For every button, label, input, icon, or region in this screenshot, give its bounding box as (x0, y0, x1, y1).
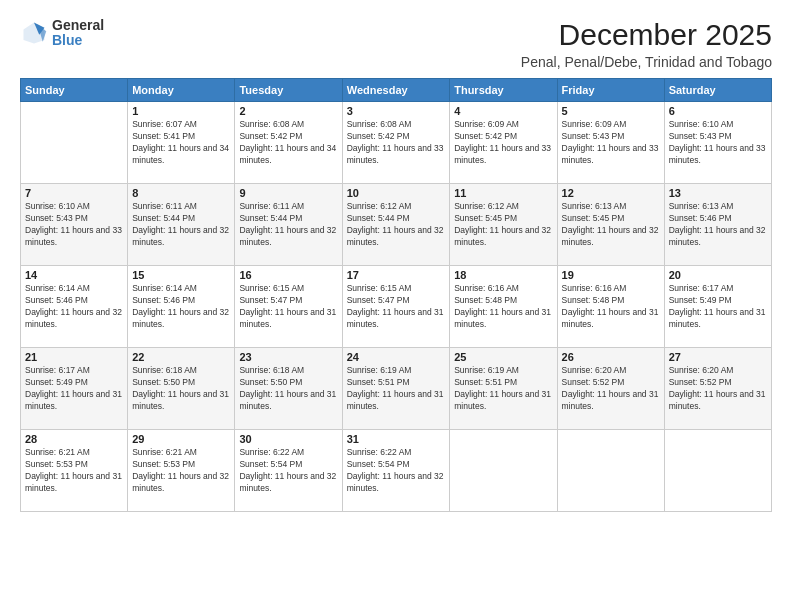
day-number: 19 (562, 269, 660, 281)
day-number: 27 (669, 351, 767, 363)
table-row: 24Sunrise: 6:19 AMSunset: 5:51 PMDayligh… (342, 348, 449, 430)
table-row: 21Sunrise: 6:17 AMSunset: 5:49 PMDayligh… (21, 348, 128, 430)
table-row: 5Sunrise: 6:09 AMSunset: 5:43 PMDaylight… (557, 102, 664, 184)
day-number: 16 (239, 269, 337, 281)
table-row (557, 430, 664, 512)
day-info: Sunrise: 6:20 AMSunset: 5:52 PMDaylight:… (669, 365, 767, 413)
col-tuesday: Tuesday (235, 79, 342, 102)
table-row: 19Sunrise: 6:16 AMSunset: 5:48 PMDayligh… (557, 266, 664, 348)
day-info: Sunrise: 6:08 AMSunset: 5:42 PMDaylight:… (347, 119, 445, 167)
table-row: 27Sunrise: 6:20 AMSunset: 5:52 PMDayligh… (664, 348, 771, 430)
day-number: 23 (239, 351, 337, 363)
day-info: Sunrise: 6:12 AMSunset: 5:45 PMDaylight:… (454, 201, 552, 249)
day-info: Sunrise: 6:14 AMSunset: 5:46 PMDaylight:… (132, 283, 230, 331)
day-number: 7 (25, 187, 123, 199)
logo-general: General (52, 18, 104, 33)
day-number: 15 (132, 269, 230, 281)
logo-text: General Blue (52, 18, 104, 49)
day-number: 1 (132, 105, 230, 117)
day-info: Sunrise: 6:18 AMSunset: 5:50 PMDaylight:… (239, 365, 337, 413)
table-row: 29Sunrise: 6:21 AMSunset: 5:53 PMDayligh… (128, 430, 235, 512)
day-info: Sunrise: 6:07 AMSunset: 5:41 PMDaylight:… (132, 119, 230, 167)
table-row (450, 430, 557, 512)
table-row: 9Sunrise: 6:11 AMSunset: 5:44 PMDaylight… (235, 184, 342, 266)
day-number: 13 (669, 187, 767, 199)
table-row: 23Sunrise: 6:18 AMSunset: 5:50 PMDayligh… (235, 348, 342, 430)
day-info: Sunrise: 6:13 AMSunset: 5:45 PMDaylight:… (562, 201, 660, 249)
day-number: 26 (562, 351, 660, 363)
day-number: 28 (25, 433, 123, 445)
day-info: Sunrise: 6:15 AMSunset: 5:47 PMDaylight:… (347, 283, 445, 331)
table-row: 10Sunrise: 6:12 AMSunset: 5:44 PMDayligh… (342, 184, 449, 266)
day-info: Sunrise: 6:19 AMSunset: 5:51 PMDaylight:… (454, 365, 552, 413)
day-number: 8 (132, 187, 230, 199)
day-number: 31 (347, 433, 445, 445)
day-number: 2 (239, 105, 337, 117)
table-row: 1Sunrise: 6:07 AMSunset: 5:41 PMDaylight… (128, 102, 235, 184)
table-row: 3Sunrise: 6:08 AMSunset: 5:42 PMDaylight… (342, 102, 449, 184)
logo-icon (20, 19, 48, 47)
calendar-table: Sunday Monday Tuesday Wednesday Thursday… (20, 78, 772, 512)
day-number: 11 (454, 187, 552, 199)
header: General Blue December 2025 Penal, Penal/… (20, 18, 772, 70)
day-info: Sunrise: 6:16 AMSunset: 5:48 PMDaylight:… (454, 283, 552, 331)
day-info: Sunrise: 6:10 AMSunset: 5:43 PMDaylight:… (25, 201, 123, 249)
day-info: Sunrise: 6:16 AMSunset: 5:48 PMDaylight:… (562, 283, 660, 331)
col-saturday: Saturday (664, 79, 771, 102)
day-info: Sunrise: 6:09 AMSunset: 5:42 PMDaylight:… (454, 119, 552, 167)
day-info: Sunrise: 6:14 AMSunset: 5:46 PMDaylight:… (25, 283, 123, 331)
table-row: 12Sunrise: 6:13 AMSunset: 5:45 PMDayligh… (557, 184, 664, 266)
day-number: 9 (239, 187, 337, 199)
day-info: Sunrise: 6:12 AMSunset: 5:44 PMDaylight:… (347, 201, 445, 249)
day-number: 12 (562, 187, 660, 199)
day-info: Sunrise: 6:18 AMSunset: 5:50 PMDaylight:… (132, 365, 230, 413)
day-number: 24 (347, 351, 445, 363)
title-block: December 2025 Penal, Penal/Debe, Trinida… (521, 18, 772, 70)
day-number: 30 (239, 433, 337, 445)
table-row: 7Sunrise: 6:10 AMSunset: 5:43 PMDaylight… (21, 184, 128, 266)
day-number: 14 (25, 269, 123, 281)
table-row: 16Sunrise: 6:15 AMSunset: 5:47 PMDayligh… (235, 266, 342, 348)
table-row: 8Sunrise: 6:11 AMSunset: 5:44 PMDaylight… (128, 184, 235, 266)
col-wednesday: Wednesday (342, 79, 449, 102)
day-info: Sunrise: 6:22 AMSunset: 5:54 PMDaylight:… (347, 447, 445, 495)
table-row (21, 102, 128, 184)
day-info: Sunrise: 6:09 AMSunset: 5:43 PMDaylight:… (562, 119, 660, 167)
calendar-week-row: 14Sunrise: 6:14 AMSunset: 5:46 PMDayligh… (21, 266, 772, 348)
table-row: 17Sunrise: 6:15 AMSunset: 5:47 PMDayligh… (342, 266, 449, 348)
day-info: Sunrise: 6:19 AMSunset: 5:51 PMDaylight:… (347, 365, 445, 413)
day-info: Sunrise: 6:10 AMSunset: 5:43 PMDaylight:… (669, 119, 767, 167)
table-row: 28Sunrise: 6:21 AMSunset: 5:53 PMDayligh… (21, 430, 128, 512)
day-info: Sunrise: 6:15 AMSunset: 5:47 PMDaylight:… (239, 283, 337, 331)
table-row: 2Sunrise: 6:08 AMSunset: 5:42 PMDaylight… (235, 102, 342, 184)
day-number: 18 (454, 269, 552, 281)
col-thursday: Thursday (450, 79, 557, 102)
table-row: 18Sunrise: 6:16 AMSunset: 5:48 PMDayligh… (450, 266, 557, 348)
calendar-week-row: 1Sunrise: 6:07 AMSunset: 5:41 PMDaylight… (21, 102, 772, 184)
day-info: Sunrise: 6:13 AMSunset: 5:46 PMDaylight:… (669, 201, 767, 249)
day-number: 3 (347, 105, 445, 117)
table-row: 25Sunrise: 6:19 AMSunset: 5:51 PMDayligh… (450, 348, 557, 430)
table-row: 31Sunrise: 6:22 AMSunset: 5:54 PMDayligh… (342, 430, 449, 512)
table-row: 30Sunrise: 6:22 AMSunset: 5:54 PMDayligh… (235, 430, 342, 512)
table-row: 14Sunrise: 6:14 AMSunset: 5:46 PMDayligh… (21, 266, 128, 348)
day-number: 20 (669, 269, 767, 281)
table-row: 13Sunrise: 6:13 AMSunset: 5:46 PMDayligh… (664, 184, 771, 266)
table-row: 11Sunrise: 6:12 AMSunset: 5:45 PMDayligh… (450, 184, 557, 266)
day-number: 6 (669, 105, 767, 117)
table-row: 22Sunrise: 6:18 AMSunset: 5:50 PMDayligh… (128, 348, 235, 430)
table-row: 6Sunrise: 6:10 AMSunset: 5:43 PMDaylight… (664, 102, 771, 184)
calendar-week-row: 21Sunrise: 6:17 AMSunset: 5:49 PMDayligh… (21, 348, 772, 430)
day-info: Sunrise: 6:11 AMSunset: 5:44 PMDaylight:… (132, 201, 230, 249)
calendar-week-row: 7Sunrise: 6:10 AMSunset: 5:43 PMDaylight… (21, 184, 772, 266)
logo-blue: Blue (52, 33, 104, 48)
main-title: December 2025 (521, 18, 772, 52)
day-info: Sunrise: 6:22 AMSunset: 5:54 PMDaylight:… (239, 447, 337, 495)
table-row: 26Sunrise: 6:20 AMSunset: 5:52 PMDayligh… (557, 348, 664, 430)
col-sunday: Sunday (21, 79, 128, 102)
day-info: Sunrise: 6:11 AMSunset: 5:44 PMDaylight:… (239, 201, 337, 249)
logo: General Blue (20, 18, 104, 49)
day-number: 25 (454, 351, 552, 363)
day-info: Sunrise: 6:21 AMSunset: 5:53 PMDaylight:… (25, 447, 123, 495)
col-friday: Friday (557, 79, 664, 102)
